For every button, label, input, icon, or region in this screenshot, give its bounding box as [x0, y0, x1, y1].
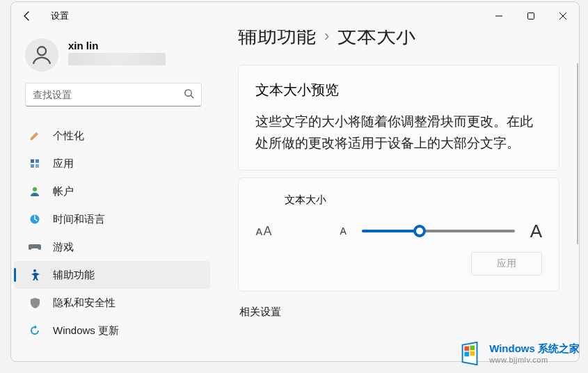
search-box[interactable]: [25, 83, 202, 106]
breadcrumb-parent[interactable]: 辅助功能: [238, 30, 316, 49]
watermark-text: Windows 系统之家 www.bjjmlv.com: [489, 342, 580, 364]
svg-point-5: [185, 89, 191, 95]
slider-thumb[interactable]: [413, 225, 426, 237]
text-size-slider[interactable]: [362, 224, 515, 238]
sidebar-item-accessibility[interactable]: 辅助功能: [14, 261, 210, 289]
slider-label: 文本大小: [285, 193, 542, 207]
minimize-button[interactable]: [483, 2, 515, 30]
preview-card: 文本大小预览 这些文字的大小将随着你调整滑块而更改。在此处所做的更改将适用于设备…: [238, 65, 559, 170]
user-name: xin lin: [68, 40, 166, 51]
sidebar-item-accounts[interactable]: 帐户: [14, 177, 210, 205]
titlebar: 设置: [11, 2, 579, 30]
sidebar-item-label: 时间和语言: [53, 213, 105, 226]
windows-logo-icon: [457, 340, 484, 366]
search-input[interactable]: [33, 89, 194, 100]
sidebar-item-time-language[interactable]: 时间和语言: [14, 205, 210, 233]
minimize-icon: [495, 12, 503, 20]
sidebar-item-label: 帐户: [53, 185, 74, 198]
content: 辅助功能 › 文本大小 文本大小预览 这些文字的大小将随着你调整滑块而更改。在此…: [218, 30, 579, 361]
person-icon: [30, 43, 54, 67]
user-block[interactable]: xin lin: [11, 30, 216, 83]
user-email-redacted: [68, 53, 166, 65]
svg-point-4: [38, 47, 46, 55]
sidebar-item-apps[interactable]: 应用: [14, 150, 210, 177]
svg-point-13: [33, 269, 36, 272]
slider-min-label: A: [340, 225, 347, 237]
text-size-icon: ᴀA: [255, 223, 272, 239]
maximize-button[interactable]: [515, 2, 547, 30]
body: xin lin 个性化 应用: [11, 30, 579, 361]
sidebar-item-label: 应用: [53, 157, 74, 170]
svg-rect-1: [528, 13, 534, 19]
apps-icon: [28, 157, 42, 170]
svg-point-11: [33, 187, 37, 191]
sidebar-item-label: 辅助功能: [53, 269, 95, 282]
watermark: Windows 系统之家 www.bjjmlv.com: [457, 340, 580, 366]
sidebar-item-personalization[interactable]: 个性化: [14, 122, 210, 150]
app-title: 设置: [51, 10, 69, 22]
arrow-left-icon: [22, 10, 33, 22]
paintbrush-icon: [28, 129, 42, 143]
slider-max-label: A: [530, 221, 542, 242]
person-colored-icon: [28, 184, 42, 198]
accessibility-icon: [28, 268, 42, 282]
svg-rect-15: [470, 346, 475, 351]
watermark-title: Windows 系统之家: [489, 342, 580, 356]
sidebar-item-label: Windows 更新: [53, 324, 119, 338]
user-info: xin lin: [68, 38, 166, 65]
text-size-card: 文本大小 ᴀA A A 应用: [238, 177, 559, 292]
sidebar-item-label: 隐私和安全性: [53, 296, 116, 310]
scrollbar[interactable]: [577, 63, 578, 244]
sidebar-item-privacy[interactable]: 隐私和安全性: [14, 289, 210, 317]
update-icon: [28, 324, 42, 338]
svg-rect-7: [31, 159, 34, 163]
apply-row: 应用: [255, 252, 542, 276]
window: 设置 xin lin: [10, 1, 580, 362]
close-icon: [559, 12, 567, 20]
breadcrumb-current: 文本大小: [337, 30, 415, 49]
gamepad-icon: [28, 240, 42, 254]
avatar: [25, 38, 58, 72]
apply-button[interactable]: 应用: [471, 252, 542, 276]
svg-line-6: [191, 95, 193, 98]
related-settings-title: 相关设置: [239, 305, 559, 319]
chevron-right-icon: ›: [324, 30, 329, 45]
back-button[interactable]: [11, 2, 42, 30]
watermark-url: www.bjjmlv.com: [489, 356, 580, 364]
sidebar-item-gaming[interactable]: 游戏: [14, 233, 210, 261]
nav: 个性化 应用 帐户 时间和语言 游戏: [11, 116, 216, 344]
svg-rect-9: [31, 164, 34, 168]
sidebar-item-windows-update[interactable]: Windows 更新: [14, 317, 210, 344]
window-controls: [483, 2, 579, 30]
close-button[interactable]: [547, 2, 579, 30]
svg-rect-8: [35, 159, 39, 163]
preview-text: 这些文字的大小将随着你调整滑块而更改。在此处所做的更改将适用于设备上的大部分文字…: [255, 111, 542, 154]
preview-title: 文本大小预览: [255, 81, 542, 100]
breadcrumb: 辅助功能 › 文本大小: [238, 30, 559, 49]
sidebar: xin lin 个性化 应用: [11, 30, 218, 361]
svg-rect-10: [35, 164, 39, 168]
sidebar-item-label: 个性化: [53, 129, 84, 143]
search-wrap: [11, 83, 216, 116]
maximize-icon: [527, 12, 535, 20]
slider-fill: [362, 230, 420, 232]
search-icon: [184, 88, 194, 102]
svg-rect-17: [470, 351, 475, 356]
svg-rect-16: [465, 352, 470, 357]
slider-row: ᴀA A A: [255, 221, 542, 242]
svg-rect-14: [465, 347, 470, 351]
clock-globe-icon: [28, 212, 42, 226]
sidebar-item-label: 游戏: [53, 241, 74, 254]
shield-icon: [28, 296, 42, 310]
